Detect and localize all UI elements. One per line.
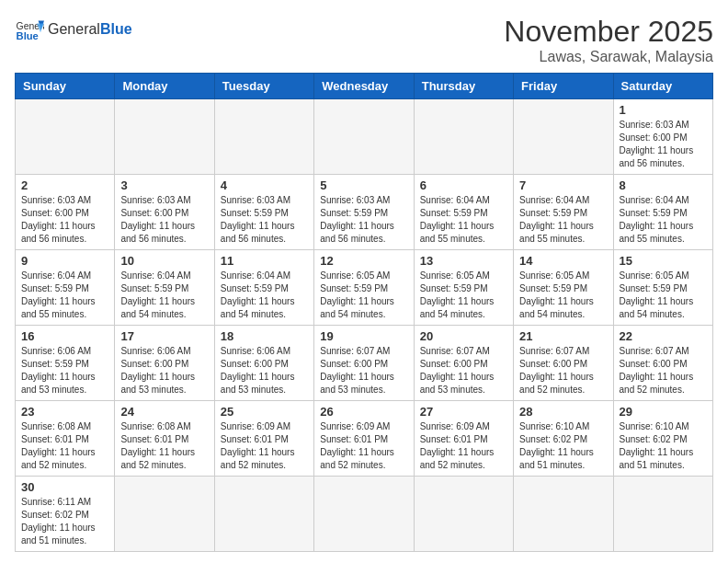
calendar-cell — [514, 477, 613, 552]
calendar-cell — [414, 99, 513, 175]
title-block: November 2025 Lawas, Sarawak, Malaysia — [504, 15, 713, 65]
day-info: Sunrise: 6:07 AM Sunset: 6:00 PM Dayligh… — [519, 345, 607, 396]
calendar-cell: 19Sunrise: 6:07 AM Sunset: 6:00 PM Dayli… — [314, 326, 414, 401]
calendar-cell — [514, 99, 613, 175]
calendar-cell: 15Sunrise: 6:05 AM Sunset: 5:59 PM Dayli… — [613, 250, 712, 326]
calendar-cell: 8Sunrise: 6:04 AM Sunset: 5:59 PM Daylig… — [613, 175, 712, 250]
calendar-cell: 17Sunrise: 6:06 AM Sunset: 6:00 PM Dayli… — [115, 326, 214, 401]
day-info: Sunrise: 6:06 AM Sunset: 6:00 PM Dayligh… — [221, 345, 308, 396]
calendar-cell: 14Sunrise: 6:05 AM Sunset: 5:59 PM Dayli… — [514, 250, 613, 326]
logo-icon: General Blue — [15, 15, 44, 44]
day-number: 10 — [120, 254, 208, 268]
logo-general: General — [48, 21, 100, 37]
calendar-cell — [414, 477, 513, 552]
day-number: 5 — [320, 178, 407, 192]
calendar-week-5: 23Sunrise: 6:08 AM Sunset: 6:01 PM Dayli… — [16, 401, 713, 477]
day-info: Sunrise: 6:08 AM Sunset: 6:01 PM Dayligh… — [120, 420, 208, 472]
calendar-cell: 30Sunrise: 6:11 AM Sunset: 6:02 PM Dayli… — [16, 477, 115, 552]
day-number: 9 — [21, 254, 108, 268]
calendar-cell: 9Sunrise: 6:04 AM Sunset: 5:59 PM Daylig… — [16, 250, 115, 326]
day-number: 12 — [320, 254, 407, 268]
day-info: Sunrise: 6:11 AM Sunset: 6:02 PM Dayligh… — [21, 496, 108, 547]
day-number: 25 — [221, 405, 308, 419]
calendar-cell: 3Sunrise: 6:03 AM Sunset: 6:00 PM Daylig… — [115, 175, 214, 250]
calendar-cell — [314, 99, 414, 175]
day-info: Sunrise: 6:04 AM Sunset: 5:59 PM Dayligh… — [120, 270, 208, 321]
logo: General Blue GeneralBlue — [15, 15, 132, 44]
day-number: 8 — [620, 178, 707, 192]
day-info: Sunrise: 6:04 AM Sunset: 5:59 PM Dayligh… — [420, 194, 507, 246]
month-title: November 2025 — [504, 15, 713, 49]
day-header-monday: Monday — [115, 74, 214, 99]
day-info: Sunrise: 6:05 AM Sunset: 5:59 PM Dayligh… — [620, 270, 707, 321]
calendar-cell: 12Sunrise: 6:05 AM Sunset: 5:59 PM Dayli… — [314, 250, 414, 326]
day-info: Sunrise: 6:09 AM Sunset: 6:01 PM Dayligh… — [320, 420, 407, 472]
day-number: 30 — [21, 480, 108, 494]
calendar-week-4: 16Sunrise: 6:06 AM Sunset: 5:59 PM Dayli… — [16, 326, 713, 401]
day-number: 22 — [620, 329, 707, 343]
calendar-cell: 24Sunrise: 6:08 AM Sunset: 6:01 PM Dayli… — [115, 401, 214, 477]
day-info: Sunrise: 6:05 AM Sunset: 5:59 PM Dayligh… — [320, 270, 407, 321]
day-number: 24 — [120, 405, 208, 419]
calendar-cell — [115, 477, 214, 552]
calendar-cell: 29Sunrise: 6:10 AM Sunset: 6:02 PM Dayli… — [613, 401, 712, 477]
logo-text: GeneralBlue — [48, 21, 132, 38]
calendar-cell: 11Sunrise: 6:04 AM Sunset: 5:59 PM Dayli… — [214, 250, 313, 326]
day-number: 20 — [420, 329, 507, 343]
calendar-week-1: 1Sunrise: 6:03 AM Sunset: 6:00 PM Daylig… — [16, 99, 713, 175]
calendar-cell: 5Sunrise: 6:03 AM Sunset: 5:59 PM Daylig… — [314, 175, 414, 250]
svg-text:Blue: Blue — [17, 30, 39, 41]
calendar-cell: 10Sunrise: 6:04 AM Sunset: 5:59 PM Dayli… — [115, 250, 214, 326]
calendar-cell: 6Sunrise: 6:04 AM Sunset: 5:59 PM Daylig… — [414, 175, 513, 250]
day-info: Sunrise: 6:03 AM Sunset: 5:59 PM Dayligh… — [320, 194, 407, 246]
day-info: Sunrise: 6:09 AM Sunset: 6:01 PM Dayligh… — [221, 420, 308, 472]
calendar-cell: 25Sunrise: 6:09 AM Sunset: 6:01 PM Dayli… — [214, 401, 313, 477]
calendar-cell: 26Sunrise: 6:09 AM Sunset: 6:01 PM Dayli… — [314, 401, 414, 477]
calendar-cell: 13Sunrise: 6:05 AM Sunset: 5:59 PM Dayli… — [414, 250, 513, 326]
day-info: Sunrise: 6:03 AM Sunset: 6:00 PM Dayligh… — [21, 194, 108, 246]
calendar-cell: 16Sunrise: 6:06 AM Sunset: 5:59 PM Dayli… — [16, 326, 115, 401]
day-info: Sunrise: 6:10 AM Sunset: 6:02 PM Dayligh… — [620, 420, 707, 472]
day-info: Sunrise: 6:07 AM Sunset: 6:00 PM Dayligh… — [420, 345, 507, 396]
calendar-cell: 27Sunrise: 6:09 AM Sunset: 6:01 PM Dayli… — [414, 401, 513, 477]
day-number: 21 — [519, 329, 607, 343]
calendar-cell — [214, 99, 313, 175]
day-number: 29 — [620, 405, 707, 419]
day-header-sunday: Sunday — [16, 74, 115, 99]
day-info: Sunrise: 6:03 AM Sunset: 6:00 PM Dayligh… — [120, 194, 208, 246]
calendar-cell: 4Sunrise: 6:03 AM Sunset: 5:59 PM Daylig… — [214, 175, 313, 250]
day-header-saturday: Saturday — [613, 74, 712, 99]
calendar-cell: 7Sunrise: 6:04 AM Sunset: 5:59 PM Daylig… — [514, 175, 613, 250]
day-number: 17 — [120, 329, 208, 343]
location-title: Lawas, Sarawak, Malaysia — [504, 49, 713, 65]
calendar: SundayMondayTuesdayWednesdayThursdayFrid… — [15, 73, 713, 552]
day-number: 16 — [21, 329, 108, 343]
day-number: 26 — [320, 405, 407, 419]
day-info: Sunrise: 6:04 AM Sunset: 5:59 PM Dayligh… — [519, 194, 607, 246]
day-info: Sunrise: 6:03 AM Sunset: 6:00 PM Dayligh… — [620, 119, 707, 170]
day-info: Sunrise: 6:03 AM Sunset: 5:59 PM Dayligh… — [221, 194, 308, 246]
day-info: Sunrise: 6:05 AM Sunset: 5:59 PM Dayligh… — [420, 270, 507, 321]
day-number: 15 — [620, 254, 707, 268]
calendar-week-6: 30Sunrise: 6:11 AM Sunset: 6:02 PM Dayli… — [16, 477, 713, 552]
day-number: 7 — [519, 178, 607, 192]
calendar-cell — [16, 99, 115, 175]
day-number: 2 — [21, 178, 108, 192]
header: General Blue GeneralBlue November 2025 L… — [15, 15, 713, 65]
calendar-cell — [214, 477, 313, 552]
day-number: 27 — [420, 405, 507, 419]
calendar-cell: 22Sunrise: 6:07 AM Sunset: 6:00 PM Dayli… — [613, 326, 712, 401]
day-number: 4 — [221, 178, 308, 192]
calendar-cell — [314, 477, 414, 552]
day-info: Sunrise: 6:05 AM Sunset: 5:59 PM Dayligh… — [519, 270, 607, 321]
day-info: Sunrise: 6:07 AM Sunset: 6:00 PM Dayligh… — [620, 345, 707, 396]
calendar-cell: 28Sunrise: 6:10 AM Sunset: 6:02 PM Dayli… — [514, 401, 613, 477]
day-info: Sunrise: 6:09 AM Sunset: 6:01 PM Dayligh… — [420, 420, 507, 472]
day-number: 3 — [120, 178, 208, 192]
day-number: 23 — [21, 405, 108, 419]
day-number: 6 — [420, 178, 507, 192]
day-info: Sunrise: 6:04 AM Sunset: 5:59 PM Dayligh… — [21, 270, 108, 321]
day-header-friday: Friday — [514, 74, 613, 99]
calendar-cell: 20Sunrise: 6:07 AM Sunset: 6:00 PM Dayli… — [414, 326, 513, 401]
day-number: 14 — [519, 254, 607, 268]
